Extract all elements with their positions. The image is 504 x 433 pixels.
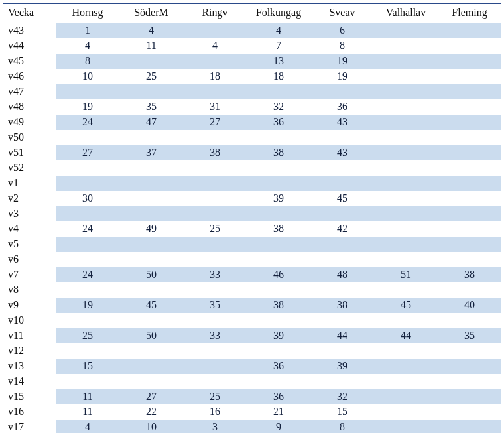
value-cell bbox=[247, 84, 310, 99]
value-cell bbox=[310, 374, 374, 389]
value-cell bbox=[247, 176, 310, 191]
value-cell bbox=[438, 115, 501, 130]
week-cell: v10 bbox=[3, 313, 56, 328]
table-row: v13153639 bbox=[3, 359, 501, 374]
week-cell: v2 bbox=[3, 191, 56, 206]
value-cell bbox=[310, 237, 374, 252]
value-cell: 11 bbox=[56, 389, 119, 404]
value-cell bbox=[374, 252, 438, 267]
value-cell: 39 bbox=[247, 191, 310, 206]
value-cell bbox=[374, 359, 438, 374]
value-cell bbox=[56, 176, 119, 191]
table-row: v10 bbox=[3, 313, 501, 328]
value-cell bbox=[374, 84, 438, 99]
value-cell bbox=[119, 84, 183, 99]
col-header: Fleming bbox=[438, 3, 501, 23]
value-cell bbox=[183, 160, 247, 176]
week-cell: v46 bbox=[3, 69, 56, 84]
value-cell: 11 bbox=[119, 38, 183, 54]
value-cell bbox=[374, 404, 438, 420]
value-cell: 36 bbox=[247, 359, 310, 374]
value-cell bbox=[310, 160, 374, 176]
value-cell bbox=[56, 130, 119, 145]
value-cell bbox=[119, 130, 183, 145]
value-cell bbox=[438, 38, 501, 54]
value-cell bbox=[119, 206, 183, 221]
value-cell: 31 bbox=[183, 99, 247, 115]
value-cell bbox=[310, 343, 374, 359]
week-cell: v5 bbox=[3, 237, 56, 252]
value-cell bbox=[183, 130, 247, 145]
value-cell bbox=[183, 176, 247, 191]
week-cell: v9 bbox=[3, 298, 56, 313]
value-cell bbox=[56, 237, 119, 252]
value-cell: 42 bbox=[310, 221, 374, 237]
value-cell: 43 bbox=[310, 145, 374, 160]
week-cell: v49 bbox=[3, 115, 56, 130]
week-cell: v16 bbox=[3, 404, 56, 420]
value-cell bbox=[247, 313, 310, 328]
week-cell: v8 bbox=[3, 282, 56, 298]
value-cell bbox=[438, 282, 501, 298]
value-cell bbox=[56, 206, 119, 221]
value-cell: 8 bbox=[56, 54, 119, 69]
value-cell bbox=[374, 145, 438, 160]
value-cell bbox=[438, 252, 501, 267]
week-cell: v12 bbox=[3, 343, 56, 359]
value-cell: 19 bbox=[310, 54, 374, 69]
value-cell: 48 bbox=[310, 267, 374, 282]
table-body: v431446v44411478v4581319v461025181819v47… bbox=[3, 23, 501, 434]
value-cell: 38 bbox=[247, 145, 310, 160]
value-cell: 24 bbox=[56, 267, 119, 282]
table-row: v3 bbox=[3, 206, 501, 221]
value-cell bbox=[247, 237, 310, 252]
value-cell bbox=[310, 252, 374, 267]
value-cell bbox=[374, 343, 438, 359]
value-cell bbox=[183, 343, 247, 359]
week-cell: v6 bbox=[3, 252, 56, 267]
value-cell: 8 bbox=[310, 420, 374, 433]
value-cell: 18 bbox=[183, 69, 247, 84]
value-cell: 44 bbox=[310, 328, 374, 343]
value-cell: 40 bbox=[438, 298, 501, 313]
value-cell bbox=[310, 282, 374, 298]
value-cell bbox=[374, 191, 438, 206]
value-cell bbox=[310, 130, 374, 145]
value-cell bbox=[183, 84, 247, 99]
table-row: v512737383843 bbox=[3, 145, 501, 160]
value-cell bbox=[438, 313, 501, 328]
value-cell bbox=[119, 160, 183, 176]
table-row: v919453538384540 bbox=[3, 298, 501, 313]
table-row: v1 bbox=[3, 176, 501, 191]
value-cell bbox=[438, 389, 501, 404]
value-cell bbox=[438, 176, 501, 191]
value-cell bbox=[119, 313, 183, 328]
value-cell bbox=[438, 206, 501, 221]
value-cell bbox=[310, 84, 374, 99]
value-cell bbox=[438, 99, 501, 115]
table-row: v481935313236 bbox=[3, 99, 501, 115]
value-cell bbox=[247, 282, 310, 298]
value-cell: 13 bbox=[247, 54, 310, 69]
value-cell: 50 bbox=[119, 267, 183, 282]
value-cell bbox=[310, 176, 374, 191]
value-cell: 36 bbox=[247, 389, 310, 404]
week-cell: v1 bbox=[3, 176, 56, 191]
table-row: v492447273643 bbox=[3, 115, 501, 130]
week-cell: v3 bbox=[3, 206, 56, 221]
value-cell bbox=[183, 252, 247, 267]
value-cell bbox=[119, 252, 183, 267]
value-cell bbox=[374, 313, 438, 328]
table-row: v161122162115 bbox=[3, 404, 501, 420]
value-cell: 39 bbox=[310, 359, 374, 374]
value-cell bbox=[438, 237, 501, 252]
value-cell bbox=[119, 359, 183, 374]
value-cell bbox=[374, 206, 438, 221]
value-cell: 35 bbox=[438, 328, 501, 343]
value-cell bbox=[374, 38, 438, 54]
value-cell: 4 bbox=[247, 23, 310, 39]
value-cell bbox=[119, 191, 183, 206]
col-header: SöderM bbox=[119, 3, 183, 23]
value-cell bbox=[374, 221, 438, 237]
value-cell: 33 bbox=[183, 267, 247, 282]
